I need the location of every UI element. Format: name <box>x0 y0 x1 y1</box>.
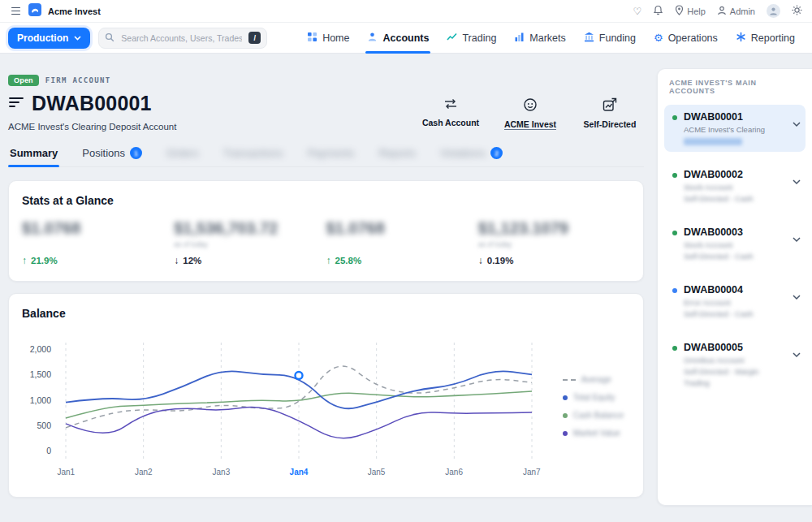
nav-item-markets[interactable]: Markets <box>505 23 574 53</box>
stat-value: $1.0768 <box>22 219 166 238</box>
plot-area[interactable] <box>59 341 538 463</box>
top-bar: Acme Invest ♡ Help Admin <box>0 0 812 23</box>
balance-title: Balance <box>22 307 630 320</box>
chart-box-icon <box>603 97 617 115</box>
status-dot <box>672 231 677 235</box>
chevron-down-icon[interactable] <box>793 231 801 246</box>
nav-item-funding[interactable]: Funding <box>575 23 645 53</box>
stat-sub <box>22 240 166 250</box>
admin-label: Admin <box>730 6 755 16</box>
pin-icon <box>675 5 684 17</box>
tab-transactions[interactable]: Transactions <box>222 142 285 166</box>
acme-invest-action[interactable]: ACME Invest <box>499 97 561 130</box>
heart-icon[interactable]: ♡ <box>633 6 641 16</box>
menu-icon[interactable] <box>10 6 22 17</box>
sidebar-account-dwab00004[interactable]: DWAB00004 Error Account Self-Directed - … <box>664 278 806 325</box>
avatar[interactable] <box>767 4 780 18</box>
sidebar-account-dwab00003[interactable]: DWAB00003 Stock Account Self-Directed - … <box>664 220 806 267</box>
legend-swatch <box>563 413 568 418</box>
trading-icon <box>447 32 457 45</box>
positions-count-badge: 1 <box>130 147 142 159</box>
theme-sun-icon[interactable] <box>792 5 802 17</box>
sidebar-account-dwab00001[interactable]: DWAB00001 ACME Invest's Clearing <box>664 105 806 152</box>
nav-item-home[interactable]: Home <box>298 23 358 53</box>
y-axis: 2,000 1,500 1,000 500 0 <box>22 344 59 455</box>
stat-change: ↓12% <box>174 255 317 266</box>
stat-item: $1,123.1079 as of today ↓0.19% <box>478 219 630 266</box>
chevron-down-icon <box>74 36 81 41</box>
help-link[interactable]: Help <box>675 5 706 17</box>
transfer-arrows-icon <box>443 97 459 114</box>
bell-icon[interactable] <box>653 5 663 17</box>
chevron-down-icon[interactable] <box>793 289 801 304</box>
funding-icon <box>584 32 594 45</box>
self-directed-action[interactable]: Self-Directed <box>579 97 641 130</box>
nav-bar: Production / Home Accounts Trading Marke… <box>0 23 812 54</box>
sidebar-account-dwab00002[interactable]: DWAB00002 Stock Account Self-Directed - … <box>664 162 806 209</box>
chevron-down-icon[interactable] <box>793 116 801 131</box>
admin-link[interactable]: Admin <box>717 6 755 17</box>
balance-card: Balance 2,000 1,500 1,000 500 0 Jan1 Jan… <box>8 293 644 498</box>
legend-swatch <box>563 431 568 436</box>
primary-nav: Home Accounts Trading Markets Funding ⚙ … <box>298 23 804 53</box>
legend-swatch <box>563 379 576 381</box>
action-label: Self-Directed <box>584 119 637 129</box>
stat-sub: as of today <box>478 240 622 250</box>
tab-payments[interactable]: Payments <box>306 142 356 166</box>
nav-label: Home <box>322 32 349 44</box>
nav-item-accounts[interactable]: Accounts <box>358 23 438 53</box>
nav-item-operations[interactable]: ⚙ Operations <box>645 23 727 53</box>
nav-label: Trading <box>462 32 496 44</box>
stat-change: ↓0.19% <box>478 255 622 266</box>
nav-label: Funding <box>599 32 636 44</box>
active-x-tick: Jan4 <box>290 468 309 477</box>
person-icon <box>717 6 727 17</box>
search-input[interactable] <box>119 32 244 44</box>
global-search[interactable]: / <box>98 28 267 49</box>
stat-value: $1.0768 <box>326 219 470 238</box>
chevron-down-icon[interactable] <box>793 347 801 361</box>
environment-label: Production <box>17 32 68 44</box>
nav-label: Reporting <box>751 32 795 44</box>
nav-item-trading[interactable]: Trading <box>438 23 505 53</box>
environment-selector[interactable]: Production <box>8 28 90 49</box>
tab-orders[interactable]: Orders <box>165 142 201 166</box>
legend-item[interactable]: Total Equity <box>563 393 624 402</box>
legend-item[interactable]: Average <box>563 375 624 384</box>
trend-arrow-icon: ↓ <box>478 255 483 266</box>
stats-card: Stats at a Glance $1.0768 ↑21.9% $1,536,… <box>8 180 644 282</box>
stat-value: $1,123.1079 <box>478 219 622 238</box>
legend-item[interactable]: Cash Balance <box>563 411 624 420</box>
account-tabs: Summary Positions 1 Orders Transactions … <box>8 142 644 167</box>
stat-value: $1,536,703.72 <box>174 219 317 238</box>
tab-violations[interactable]: Violations 2 <box>438 142 504 166</box>
tab-reports[interactable]: Reports <box>377 142 417 166</box>
reporting-icon <box>736 32 746 45</box>
sidebar-title: ACME INVEST'S MAIN ACCOUNTS <box>664 79 806 105</box>
violations-count-badge: 2 <box>490 147 503 159</box>
shortcut-key-badge: / <box>248 32 261 44</box>
nav-label: Accounts <box>382 32 429 44</box>
tab-positions[interactable]: Positions 1 <box>80 142 144 166</box>
balance-chart: 2,000 1,500 1,000 500 0 <box>22 341 630 463</box>
status-dot <box>672 115 677 120</box>
brand-logo-icon <box>28 3 41 19</box>
accounts-sidebar: ACME INVEST'S MAIN ACCOUNTS DWAB00001 AC… <box>657 68 812 506</box>
face-icon <box>523 97 538 115</box>
status-badge: Open <box>8 75 39 86</box>
stat-sub: as of today <box>174 240 317 250</box>
tab-summary[interactable]: Summary <box>8 142 59 166</box>
markets-icon <box>514 32 525 45</box>
account-header: Open FIRM ACCOUNT DWAB00001 ACME Invest'… <box>8 75 644 132</box>
nav-item-reporting[interactable]: Reporting <box>727 23 804 53</box>
stats-title: Stats at a Glance <box>22 194 630 207</box>
chevron-down-icon[interactable] <box>793 174 801 188</box>
x-axis: Jan1 Jan2 Jan3 Jan4 Jan5 Jan6 Jan7 <box>59 468 538 479</box>
status-dot <box>672 173 677 178</box>
trend-arrow-icon: ↑ <box>326 255 331 266</box>
cash-account-action[interactable]: Cash Account <box>420 97 482 130</box>
nav-label: Operations <box>668 32 718 44</box>
legend-item[interactable]: Market Value <box>563 429 624 438</box>
action-label: Cash Account <box>422 118 479 127</box>
sidebar-account-dwab00005[interactable]: DWAB00005 Omnibus Account Self-Directed … <box>664 335 806 394</box>
